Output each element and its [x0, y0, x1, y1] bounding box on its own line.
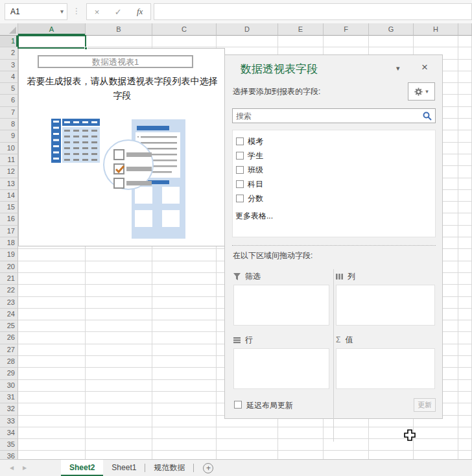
search-input[interactable]: [232, 108, 436, 123]
grid-cell[interactable]: [152, 427, 217, 439]
grid-cell[interactable]: [18, 249, 86, 261]
grid-cell[interactable]: [18, 261, 86, 273]
row-header-19[interactable]: 19: [0, 249, 18, 261]
grid-cell[interactable]: [458, 392, 472, 403]
grid-cell[interactable]: [18, 427, 86, 439]
grid-cell[interactable]: [18, 439, 86, 451]
row-header-1[interactable]: 1: [0, 36, 18, 47]
row-header-25[interactable]: 25: [0, 320, 18, 332]
grid-cell[interactable]: [18, 332, 86, 344]
grid-cell[interactable]: [458, 36, 472, 47]
field-checkbox[interactable]: [236, 166, 244, 174]
grid-cell[interactable]: [18, 320, 86, 332]
row-header-21[interactable]: 21: [0, 273, 18, 285]
panel-options-icon[interactable]: ▾: [396, 64, 400, 73]
grid-cell[interactable]: [458, 237, 472, 249]
grid-cell[interactable]: [458, 356, 472, 368]
grid-cell[interactable]: [369, 451, 414, 459]
grid-cell[interactable]: [86, 309, 152, 320]
grid-cell[interactable]: [86, 356, 152, 368]
grid-cell[interactable]: [458, 178, 472, 190]
field-row-4[interactable]: 分数: [233, 191, 435, 206]
grid-cell[interactable]: [458, 107, 472, 119]
grid-cell[interactable]: [217, 36, 278, 47]
sheet-tab-Sheet1[interactable]: Sheet1: [103, 460, 145, 476]
grid-cell[interactable]: [217, 427, 278, 439]
grid-cell[interactable]: [414, 451, 458, 459]
fill-handle[interactable]: [84, 47, 88, 50]
grid-cell[interactable]: [458, 285, 472, 296]
col-header-F[interactable]: F: [324, 23, 369, 36]
grid-cell[interactable]: [458, 143, 472, 154]
row-header-9[interactable]: 9: [0, 130, 18, 142]
row-header-5[interactable]: 5: [0, 83, 18, 95]
panel-close-icon[interactable]: ×: [421, 61, 428, 74]
grid-cell[interactable]: [324, 439, 369, 451]
grid-cell[interactable]: [152, 297, 217, 309]
grid-cell[interactable]: [414, 439, 458, 451]
tab-scroll-right-icon[interactable]: ▶: [18, 460, 31, 476]
grid-cell[interactable]: [278, 36, 324, 47]
grid-cell[interactable]: [458, 297, 472, 309]
grid-cell[interactable]: [458, 202, 472, 213]
grid-cell[interactable]: [458, 344, 472, 356]
row-header-24[interactable]: 24: [0, 309, 18, 320]
grid-cell[interactable]: [152, 261, 217, 273]
row-header-2[interactable]: 2: [0, 47, 18, 59]
grid-cell[interactable]: [458, 332, 472, 344]
grid-cell[interactable]: [369, 36, 414, 47]
sheet-tab-规范数据[interactable]: 规范数据: [145, 460, 193, 476]
grid-cell[interactable]: [458, 119, 472, 130]
grid-cell[interactable]: [86, 249, 152, 261]
grid-cell[interactable]: [86, 403, 152, 415]
grid-cell[interactable]: [152, 392, 217, 403]
col-header-A[interactable]: A: [18, 23, 86, 36]
row-header-18[interactable]: 18: [0, 237, 18, 249]
field-checkbox[interactable]: [236, 180, 244, 188]
grid-cell[interactable]: [18, 416, 86, 427]
update-button[interactable]: 更新: [414, 398, 436, 412]
grid-cell[interactable]: [18, 273, 86, 285]
col-header-E[interactable]: E: [278, 23, 324, 36]
row-header-32[interactable]: 32: [0, 403, 18, 415]
grid-cell[interactable]: [86, 451, 152, 459]
grid-cell[interactable]: [324, 451, 369, 459]
grid-cell[interactable]: [152, 368, 217, 379]
grid-cell[interactable]: [458, 309, 472, 320]
row-header-15[interactable]: 15: [0, 202, 18, 213]
grid-cell[interactable]: [458, 273, 472, 285]
grid-cell[interactable]: [324, 427, 369, 439]
grid-cell[interactable]: [86, 427, 152, 439]
row-header-28[interactable]: 28: [0, 356, 18, 368]
grid-cell[interactable]: [458, 130, 472, 142]
grid-cell[interactable]: [86, 416, 152, 427]
grid-cell[interactable]: [152, 332, 217, 344]
select-all-corner[interactable]: [0, 23, 18, 36]
grid-cell[interactable]: [458, 320, 472, 332]
selected-cell-a1[interactable]: [18, 35, 86, 49]
grid-cell[interactable]: [86, 273, 152, 285]
grid-cell[interactable]: [86, 285, 152, 296]
grid-cell[interactable]: [458, 60, 472, 71]
grid-cell[interactable]: [152, 285, 217, 296]
grid-cell[interactable]: [458, 380, 472, 392]
grid-cell[interactable]: [458, 190, 472, 202]
grid-cell[interactable]: [458, 154, 472, 166]
grid-cell[interactable]: [86, 36, 152, 47]
field-row-1[interactable]: 学生: [233, 149, 435, 163]
insert-function-icon[interactable]: fx: [137, 6, 143, 17]
grid-cell[interactable]: [458, 71, 472, 83]
grid-cell[interactable]: [324, 36, 369, 47]
row-header-8[interactable]: 8: [0, 119, 18, 130]
grid-cell[interactable]: [86, 261, 152, 273]
row-header-12[interactable]: 12: [0, 166, 18, 178]
row-header-14[interactable]: 14: [0, 190, 18, 202]
row-header-13[interactable]: 13: [0, 178, 18, 190]
grid-cell[interactable]: [458, 368, 472, 379]
name-box-dropdown-icon[interactable]: ▾: [60, 4, 64, 19]
row-header-17[interactable]: 17: [0, 226, 18, 237]
field-row-3[interactable]: 科目: [233, 177, 435, 191]
grid-cell[interactable]: [217, 451, 278, 459]
grid-cell[interactable]: [458, 166, 472, 178]
grid-cell[interactable]: [18, 392, 86, 403]
